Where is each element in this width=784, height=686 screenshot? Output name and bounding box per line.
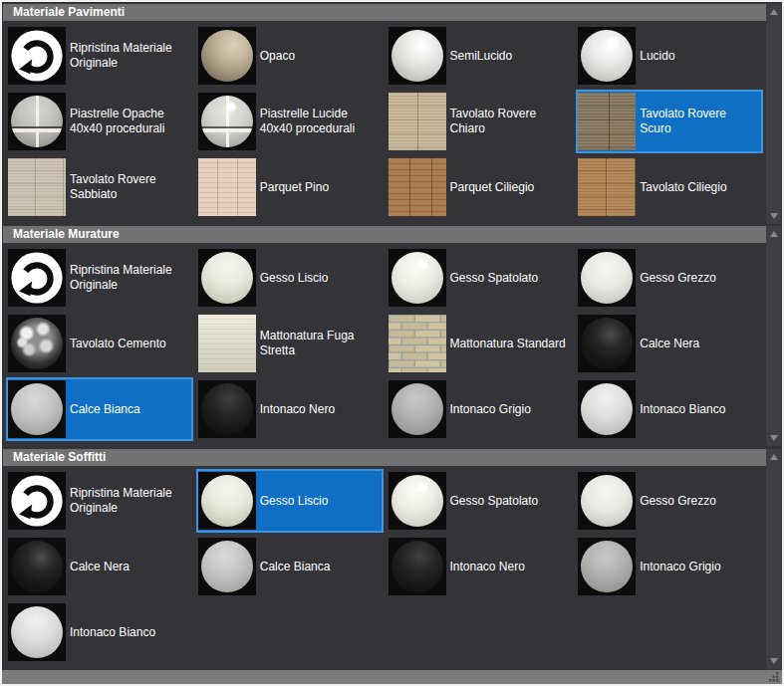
sphere-tile-matte-thumb	[8, 93, 66, 150]
material-item-intonaco-grigio[interactable]: Intonaco Grigio	[387, 377, 574, 441]
material-item-calce-nera[interactable]: Calce Nera	[576, 312, 763, 375]
material-sphere	[201, 383, 253, 435]
material-item-tavolato-rovere-chiaro[interactable]: Tavolato Rovere Chiaro	[387, 90, 574, 153]
material-label: Tavolato Ciliegio	[640, 180, 728, 195]
sphere-offwhite-thumb	[198, 472, 256, 530]
material-item-gesso-spatolato[interactable]: Gesso Spatolato	[387, 246, 574, 310]
material-item-semilucido[interactable]: SemiLucido	[387, 24, 574, 88]
scroll-down-icon[interactable]	[770, 435, 778, 441]
material-item-gesso-spatolato[interactable]: Gesso Spatolato	[387, 469, 574, 533]
section-title: Materiale Pavimenti	[13, 5, 125, 19]
material-item-gesso-grezzo[interactable]: Gesso Grezzo	[576, 246, 763, 310]
material-item-parquet-ciliegio[interactable]: Parquet Ciliegio	[387, 155, 574, 219]
section-scrollbar[interactable]	[766, 226, 781, 446]
material-label: Parquet Pino	[260, 180, 331, 195]
material-sphere	[392, 475, 443, 527]
material-item-opaco[interactable]: Opaco	[196, 24, 384, 88]
material-item-lucido[interactable]: Lucido	[576, 24, 763, 88]
section-materiale-soffitti: Materiale SoffittiRipristina Materiale O…	[2, 449, 782, 669]
material-item-ripristina-materiale-originale[interactable]: Ripristina Materiale Originale	[6, 24, 193, 88]
material-sphere	[201, 30, 253, 82]
material-item-piastrelle-lucide-40x40-procedurali[interactable]: Piastrelle Lucide 40x40 procedurali	[196, 90, 384, 153]
sphere-rough-thumb	[578, 472, 636, 530]
wood-cherry-thumb	[578, 158, 636, 216]
section-title: Materiale Murature	[13, 227, 120, 241]
material-sphere	[581, 475, 633, 527]
material-label: Gesso Grezzo	[640, 271, 718, 286]
resize-bar[interactable]	[2, 670, 782, 684]
section-header: Materiale Soffitti	[3, 449, 766, 466]
material-item-gesso-grezzo[interactable]: Gesso Grezzo	[576, 469, 763, 533]
sphere-marble-thumb	[8, 315, 66, 372]
sphere-lightgray-thumb	[8, 380, 66, 438]
sphere-white-soft-thumb	[389, 27, 446, 85]
material-item-calce-bianca[interactable]: Calce Bianca	[196, 535, 384, 598]
sphere-offwhite-thumb	[198, 249, 256, 307]
material-item-ripristina-materiale-originale[interactable]: Ripristina Materiale Originale	[6, 246, 193, 310]
material-item-gesso-liscio[interactable]: Gesso Liscio	[196, 246, 384, 310]
material-label: Mattonatura Standard	[450, 337, 568, 351]
sphere-gray-thumb	[578, 538, 636, 595]
material-label: Intonaco Grigio	[450, 402, 533, 417]
material-label: Lucido	[640, 49, 676, 64]
parquet-pine-thumb	[198, 158, 256, 216]
sphere-black-thumb	[578, 315, 636, 372]
brick-thin-thumb	[198, 315, 256, 372]
material-grid: Ripristina Materiale OriginaleGesso Lisc…	[2, 243, 766, 446]
sphere-black-thumb	[8, 538, 66, 595]
material-item-intonaco-nero[interactable]: Intonaco Nero	[387, 535, 574, 598]
resize-grip-icon[interactable]	[768, 671, 780, 683]
section-materiale-pavimenti: Materiale PavimentiRipristina Materiale …	[2, 4, 782, 224]
material-label: Opaco	[260, 49, 297, 64]
sphere-whitematte-thumb	[578, 380, 636, 438]
material-label: Intonaco Bianco	[640, 402, 727, 417]
material-item-intonaco-bianco[interactable]: Intonaco Bianco	[576, 377, 763, 441]
material-item-intonaco-bianco[interactable]: Intonaco Bianco	[6, 600, 193, 664]
material-label: Gesso Liscio	[260, 271, 331, 286]
material-item-mattonatura-standard[interactable]: Mattonatura Standard	[387, 312, 574, 375]
material-label: Tavolato Rovere Sabbiato	[70, 172, 191, 201]
sphere-lightgray-thumb	[198, 538, 256, 595]
material-item-parquet-pino[interactable]: Parquet Pino	[196, 155, 384, 219]
material-item-tavolato-rovere-scuro[interactable]: Tavolato Rovere Scuro	[576, 90, 763, 153]
material-sphere	[581, 30, 633, 82]
material-sphere	[392, 541, 443, 592]
material-item-intonaco-grigio[interactable]: Intonaco Grigio	[576, 535, 763, 598]
material-item-calce-nera[interactable]: Calce Nera	[6, 535, 193, 598]
scroll-up-icon[interactable]	[770, 454, 778, 460]
material-item-piastrelle-opache-40x40-procedurali[interactable]: Piastrelle Opache 40x40 procedurali	[6, 90, 193, 153]
reset-arrow-thumb	[8, 249, 66, 307]
material-sphere	[11, 606, 63, 658]
section-scrollbar[interactable]	[766, 449, 781, 669]
sphere-beige-thumb	[198, 27, 256, 85]
material-label: Intonaco Bianco	[70, 625, 157, 640]
reset-arrow-thumb	[8, 472, 66, 530]
scroll-down-icon[interactable]	[770, 658, 778, 664]
section-scrollbar[interactable]	[766, 4, 781, 224]
material-item-mattonatura-fuga-stretta[interactable]: Mattonatura Fuga Stretta	[196, 312, 384, 375]
material-item-calce-bianca[interactable]: Calce Bianca	[6, 377, 193, 441]
material-sphere	[392, 383, 443, 435]
parquet-cherry-thumb	[389, 158, 446, 216]
material-label: Mattonatura Fuga Stretta	[260, 329, 382, 357]
material-item-ripristina-materiale-originale[interactable]: Ripristina Materiale Originale	[6, 469, 193, 533]
material-item-tavolato-rovere-sabbiato[interactable]: Tavolato Rovere Sabbiato	[6, 155, 193, 219]
scroll-up-icon[interactable]	[770, 9, 778, 15]
material-item-intonaco-nero[interactable]: Intonaco Nero	[196, 377, 384, 441]
scroll-up-icon[interactable]	[770, 231, 778, 237]
material-sphere	[201, 541, 253, 592]
sphere-dark-thumb	[198, 380, 256, 438]
material-label: Tavolato Rovere Scuro	[640, 107, 761, 135]
material-sphere	[201, 96, 253, 147]
sphere-rough-thumb	[578, 249, 636, 307]
material-item-tavolato-ciliegio[interactable]: Tavolato Ciliegio	[576, 155, 763, 219]
material-sphere	[11, 318, 63, 369]
material-label: SemiLucido	[450, 49, 515, 64]
material-item-tavolato-cemento[interactable]: Tavolato Cemento	[6, 312, 193, 375]
material-sphere	[581, 318, 633, 369]
material-label: Parquet Ciliegio	[450, 180, 537, 195]
material-item-gesso-liscio[interactable]: Gesso Liscio	[196, 469, 384, 533]
scroll-down-icon[interactable]	[770, 213, 778, 219]
material-label: Calce Bianca	[70, 402, 142, 417]
sphere-white-gloss2-thumb	[389, 249, 446, 307]
